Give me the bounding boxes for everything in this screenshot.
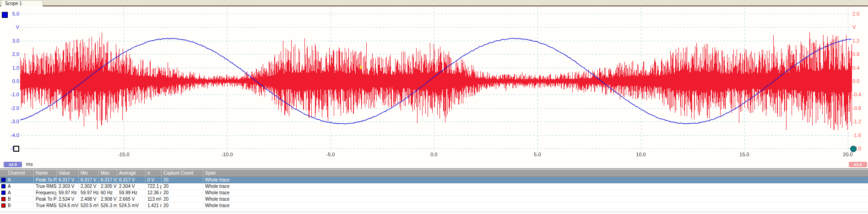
x-axis-tick: 10.0: [631, 152, 651, 157]
tab-scope-1[interactable]: Scope 1: [1, 0, 43, 6]
value-cell: Whole trace: [203, 190, 868, 196]
value-cell: 526.3 mV: [98, 203, 117, 209]
x-axis-tick: -15.0: [114, 152, 134, 157]
right-axis-tick: 0.4: [852, 65, 868, 71]
column-header-name: Name: [33, 170, 56, 176]
column-header-average: Average: [117, 170, 145, 176]
value-cell: 113 mV: [145, 196, 161, 202]
column-header-σ: σ: [145, 170, 161, 176]
time-unit-label: ms: [26, 161, 33, 167]
waveform-canvas[interactable]: [0, 0, 868, 168]
right-axis-tick: 1.2: [852, 38, 868, 44]
right-axis-tick: 0.0: [852, 78, 868, 84]
right-axis-tick: -0.8: [852, 105, 868, 111]
value-cell: 6.317 V: [56, 177, 78, 183]
ground-level-marker[interactable]: [13, 146, 19, 152]
column-header-span: Span: [203, 170, 868, 176]
column-header-min: Min: [78, 170, 98, 176]
table-row-a-true-rms[interactable]: ATrue RMS2.303 V2.302 V2.305 V2.304 V722…: [0, 183, 868, 190]
value-cell: Whole trace: [203, 196, 868, 202]
value-cell: 520.5 mV: [78, 203, 98, 209]
measurements-table: ChannelNameValueMinMaxAverageσCapture Co…: [0, 170, 868, 209]
value-cell: Whole trace: [203, 177, 868, 183]
value-cell: 2.665 V: [117, 196, 145, 202]
channel-color-chip: [1, 197, 5, 201]
channel-cell: B: [0, 203, 33, 209]
table-bottom-divider: [0, 212, 868, 212]
x-axis-tick: 5.0: [527, 152, 548, 157]
left-axis-tick: -3.0: [2, 119, 19, 124]
value-cell: 59.97 Hz: [56, 190, 78, 196]
value-cell: 20: [161, 190, 203, 196]
right-axis-tick: -1.6: [852, 132, 868, 138]
value-cell: 2.305 V: [98, 183, 117, 189]
value-cell: Whole trace: [203, 203, 868, 209]
channel-color-chip: [1, 203, 5, 208]
table-row-a-peak-to-peak[interactable]: APeak To Peak6.317 V6.317 V6.317 V6.317 …: [0, 177, 868, 183]
value-cell: 2.908 V: [98, 196, 117, 202]
channel-cell: A: [0, 183, 33, 189]
value-cell: 20: [161, 183, 203, 189]
value-cell: Frequency: [33, 190, 56, 196]
column-header-channel: Channel: [0, 170, 33, 176]
table-row-b-peak-to-peak[interactable]: BPeak To Peak2.534 V2.498 V2.908 V2.665 …: [0, 196, 868, 203]
value-cell: Peak To Peak: [33, 177, 56, 183]
value-cell: True RMS: [33, 203, 56, 209]
channel-cell: B: [0, 196, 33, 202]
right-axis-tick: -1.2: [852, 119, 868, 124]
value-cell: 2.303 V: [56, 183, 78, 189]
channel-color-chip: [1, 191, 5, 195]
value-cell: 0 V: [145, 177, 161, 183]
value-cell: 524.6 mV: [56, 203, 78, 209]
channel-cell: A: [0, 177, 33, 183]
right-axis-end-marker[interactable]: [850, 146, 857, 152]
left-axis-tick: 2.0: [2, 51, 19, 57]
x-axis-tick: 15.0: [734, 152, 754, 157]
x-axis-tick: 20.0: [838, 152, 858, 157]
right-axis-tick: -0.4: [852, 92, 868, 97]
value-cell: 20: [161, 177, 203, 183]
value-cell: 6.317 V: [98, 177, 117, 183]
right-axis-tick: 0.8: [852, 51, 868, 57]
x-axis-tick: -5.0: [320, 152, 341, 157]
left-axis-tick: 1.0: [2, 65, 19, 71]
table-row-b-true-rms[interactable]: BTrue RMS524.6 mV520.5 mV526.3 mV524.5 m…: [0, 203, 868, 209]
left-axis-tick: 0.0: [2, 78, 19, 84]
channel-a-axis-handle[interactable]: [2, 12, 8, 18]
x-axis-tick: -10.0: [217, 152, 237, 157]
channel-color-chip: [1, 178, 5, 182]
value-cell: Whole trace: [203, 183, 868, 189]
value-cell: 59.97 Hz: [78, 190, 98, 196]
value-cell: Peak To Peak: [33, 196, 56, 202]
value-cell: 1.421 mV: [145, 203, 161, 209]
table-row-a-frequency[interactable]: AFrequency59.97 Hz59.97 Hz60 Hz59.99 Hz1…: [0, 190, 868, 196]
left-axis-tick: 3.0: [2, 38, 19, 44]
table-header-row: ChannelNameValueMinMaxAverageσCapture Co…: [0, 170, 868, 177]
column-header-capture-count: Capture Count: [161, 170, 203, 176]
value-cell: 524.5 mV: [117, 203, 145, 209]
value-cell: 6.317 V: [78, 177, 98, 183]
value-cell: 60 Hz: [98, 190, 117, 196]
left-axis-tick: V: [2, 24, 19, 30]
left-axis-tick: -1.0: [2, 92, 19, 97]
column-header-max: Max: [98, 170, 117, 176]
value-cell: 20: [161, 196, 203, 202]
value-cell: 2.534 V: [56, 196, 78, 202]
value-cell: 59.99 Hz: [117, 190, 145, 196]
value-cell: 6.317 V: [117, 177, 145, 183]
value-cell: 2.302 V: [78, 183, 98, 189]
left-axis-tick: -2.0: [2, 105, 19, 111]
x-axis-tick: 0.0: [424, 152, 444, 157]
value-cell: 2.498 V: [78, 196, 98, 202]
time-scale-badge[interactable]: x1.0: [4, 162, 22, 167]
value-cell: True RMS: [33, 183, 56, 189]
value-cell: 2.304 V: [117, 183, 145, 189]
value-cell: 722.1 µV: [145, 183, 161, 189]
value-cell: 12.36 m…: [145, 190, 161, 196]
left-axis-tick: -4.0: [2, 132, 19, 138]
right-axis-tick: 2.0: [852, 11, 868, 16]
right-axis-scale-badge[interactable]: x1.0: [849, 162, 867, 167]
value-cell: 20: [161, 203, 203, 209]
column-header-value: Value: [56, 170, 78, 176]
channel-color-chip: [1, 184, 5, 188]
